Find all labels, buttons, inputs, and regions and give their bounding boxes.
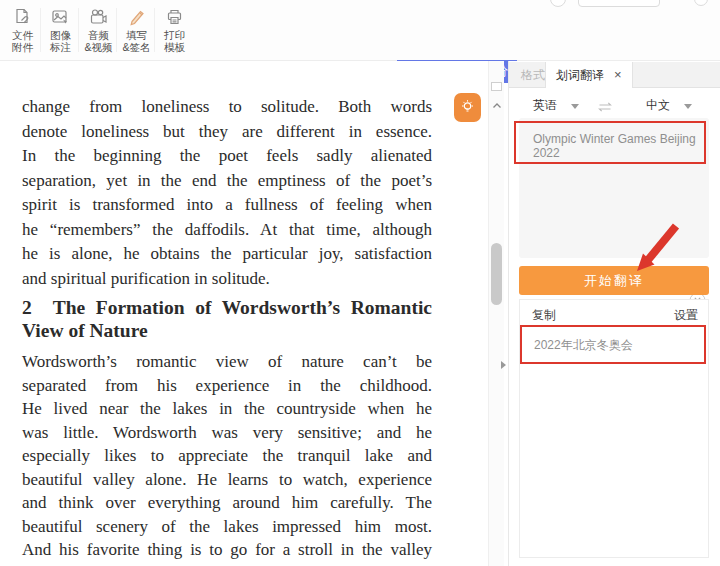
document-line: And his favorite thing is to go for a st… <box>22 538 432 562</box>
scroll-page-box <box>491 82 502 91</box>
target-language-select[interactable]: 中文 <box>629 96 709 114</box>
image-annotation-icon <box>44 7 77 28</box>
toolbar-label: 打印 <box>158 29 191 41</box>
toolbar-label: 附件 <box>6 41 39 53</box>
file-attachment-icon <box>6 7 39 28</box>
pdf-editor-window: 文件 附件 图像 标注 <box>0 0 720 566</box>
annotation-box-result <box>520 325 706 364</box>
toolbar-print-template[interactable]: 打印 模板 <box>158 7 191 53</box>
section-heading: 2 The Formation of Wordsworth’s Romantic… <box>22 297 432 342</box>
document-line: separated from his experience in the chi… <box>22 374 432 398</box>
document-line: denote loneliness but they are different… <box>22 120 432 145</box>
toolbar-separator <box>116 8 117 52</box>
toolbar-image-annotation[interactable]: 图像 标注 <box>44 7 77 53</box>
document-scrollbar[interactable] <box>488 61 504 566</box>
document-line: beautiful scenery of the lakes impressed… <box>22 515 432 539</box>
document-line: Wordsworth’s romantic view of nature can… <box>22 350 432 374</box>
document-line: separation, yet in the end the emptiness… <box>22 169 432 194</box>
settings-button[interactable]: 设置 <box>674 307 698 324</box>
toolbar-audio-video[interactable]: 音频 &视频 <box>82 7 115 53</box>
top-cutoff-searchbox[interactable] <box>578 0 660 7</box>
document-line: beautiful valley alone. He learns to wat… <box>22 468 432 492</box>
document-line: and think over everything around him car… <box>22 491 432 515</box>
toolbar-separator <box>40 8 41 52</box>
toolbar-label: 模板 <box>158 41 191 53</box>
document-line: change from loneliness to solitude. Both… <box>22 95 432 120</box>
tab-translate-label: 划词翻译 <box>556 62 604 89</box>
tab-translate[interactable]: 划词翻译 × <box>545 62 633 88</box>
chevron-down-icon <box>571 98 579 112</box>
toolbar-separator <box>78 8 79 52</box>
document-line: he “remembers” the daffodils. At that ti… <box>22 218 432 243</box>
toolbar-label: &视频 <box>82 41 115 53</box>
top-cutoff-circle <box>694 0 708 6</box>
swap-languages-icon[interactable] <box>597 99 613 111</box>
document-line: especially likes to appreciate the tranq… <box>22 444 432 468</box>
document-line: In the beginning the poet feels sadly al… <box>22 144 432 169</box>
toolbar-file-attachment[interactable]: 文件 附件 <box>6 7 39 53</box>
document-line: He lived near the lakes in the countrysi… <box>22 397 432 421</box>
toolbar-label: 标注 <box>44 41 77 53</box>
toolbar-label: &签名 <box>120 41 153 53</box>
target-language-value: 中文 <box>646 97 670 114</box>
document-line-clipped: near the lakes and by the silent street … <box>22 562 432 566</box>
toolbar-separator <box>154 8 155 52</box>
tips-button[interactable] <box>454 93 481 122</box>
document-line: and spiritual purification in solitude. <box>22 267 432 292</box>
annotation-arrow <box>634 222 682 274</box>
copy-button[interactable]: 复制 <box>532 307 556 324</box>
heading-line: View of Nature <box>22 320 432 343</box>
document-line: spirit is transformed into a fullness of… <box>22 193 432 218</box>
close-tab-icon[interactable]: × <box>614 62 622 88</box>
fill-sign-icon <box>120 7 153 28</box>
audio-video-icon <box>82 7 115 28</box>
toolbar-label: 音频 <box>82 29 115 41</box>
chevron-down-icon <box>684 98 692 112</box>
paragraph: change from loneliness to solitude. Both… <box>22 95 432 291</box>
toolbar-label: 图像 <box>44 29 77 41</box>
scroll-up-icon[interactable] <box>492 95 502 113</box>
print-template-icon <box>158 7 191 28</box>
source-language-value: 英语 <box>533 97 557 114</box>
toolbar-fill-sign[interactable]: 填写 &签名 <box>120 7 153 53</box>
start-translate-label: 开始翻译 <box>584 272 644 290</box>
lightbulb-icon <box>458 98 477 117</box>
document-line: he is alone, he obtains the particular j… <box>22 242 432 267</box>
toolbar-label: 填写 <box>120 29 153 41</box>
result-actions: 复制 设置 <box>520 300 708 324</box>
collapse-panel-icon[interactable] <box>500 356 508 368</box>
scrollbar-thumb[interactable] <box>491 243 502 305</box>
paragraph: Wordsworth’s romantic view of nature can… <box>22 350 432 566</box>
heading-line: 2 The Formation of Wordsworth’s Romantic <box>22 297 432 320</box>
annotation-box-input <box>514 121 706 164</box>
main-toolbar: 文件 附件 图像 标注 <box>0 0 720 61</box>
panel-tabbar: 格式 划词翻译 × <box>509 62 720 88</box>
toolbar-label: 文件 <box>6 29 39 41</box>
top-cutoff-circle <box>550 0 566 7</box>
document-page: change from loneliness to solitude. Both… <box>0 61 488 566</box>
source-language-select[interactable]: 英语 <box>519 96 593 114</box>
document-line: was little. Wordsworth was very sensitiv… <box>22 421 432 445</box>
